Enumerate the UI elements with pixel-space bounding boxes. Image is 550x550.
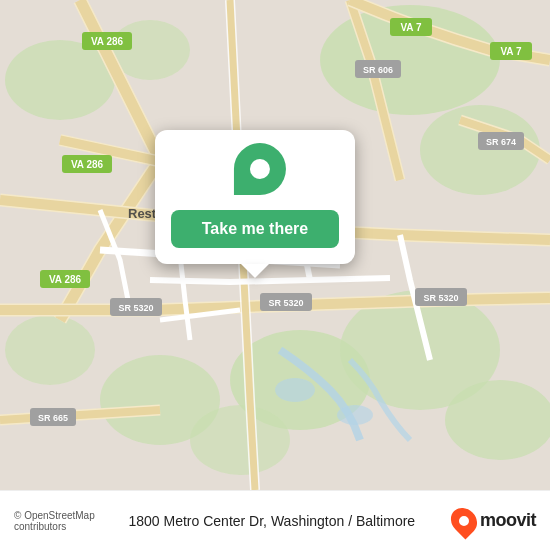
svg-text:SR 5320: SR 5320 (268, 298, 303, 308)
osm-credit: © OpenStreetMap contributors (14, 510, 119, 532)
svg-text:SR 665: SR 665 (38, 413, 68, 423)
moovit-label: moovit (480, 510, 536, 531)
svg-text:VA 286: VA 286 (71, 159, 104, 170)
svg-point-8 (5, 315, 95, 385)
take-me-there-button[interactable]: Take me there (171, 210, 339, 248)
address-text: 1800 Metro Center Dr, Washington / Balti… (129, 513, 442, 529)
location-pin-icon (234, 143, 286, 195)
svg-text:VA 7: VA 7 (500, 46, 522, 57)
svg-text:SR 606: SR 606 (363, 65, 393, 75)
svg-point-9 (445, 380, 550, 460)
pin-wrapper (218, 137, 292, 211)
svg-text:VA 286: VA 286 (49, 274, 82, 285)
svg-text:SR 5320: SR 5320 (118, 303, 153, 313)
svg-text:SR 5320: SR 5320 (423, 293, 458, 303)
svg-point-10 (190, 405, 290, 475)
svg-text:VA 7: VA 7 (400, 22, 422, 33)
bottom-bar: © OpenStreetMap contributors 1800 Metro … (0, 490, 550, 550)
svg-text:VA 286: VA 286 (91, 36, 124, 47)
moovit-logo: moovit (452, 507, 536, 535)
svg-point-12 (337, 405, 373, 425)
moovit-pin-icon (446, 502, 483, 539)
svg-point-11 (275, 378, 315, 402)
map-container: VA 7 VA 7 VA 286 VA 286 VA 286 SR 606 SR… (0, 0, 550, 490)
svg-point-2 (420, 105, 540, 195)
svg-text:SR 674: SR 674 (486, 137, 516, 147)
popup: Take me there (155, 130, 355, 264)
